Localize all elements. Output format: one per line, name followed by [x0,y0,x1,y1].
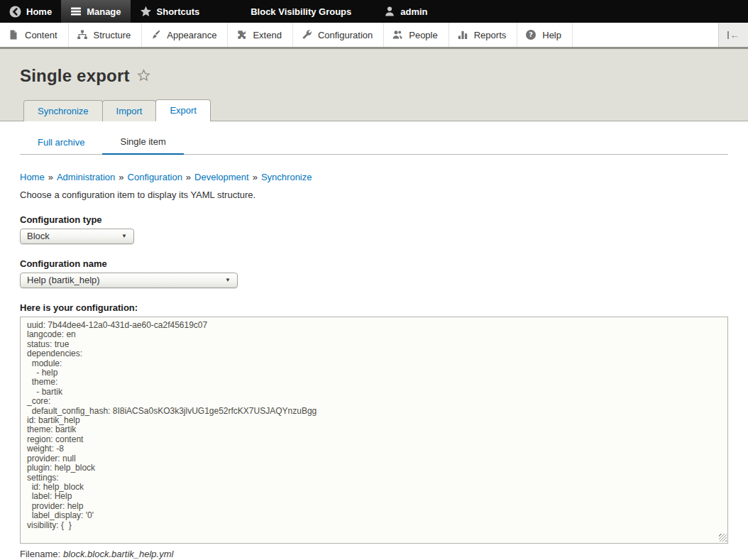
breadcrumb-separator: » [253,172,258,182]
admin-bar-manage[interactable]: Manage [61,0,130,23]
chevron-down-icon: ▼ [225,273,231,287]
admin-bar-user[interactable]: admin [375,0,436,23]
secondary-tabs: Full archive Single item [20,131,728,155]
svg-text:?: ? [529,31,533,38]
toolbar-item-configuration[interactable]: Configuration [293,23,384,47]
config-type-label: Configuration type [20,214,748,225]
filename-row: Filename:block.block.bartik_help.yml [20,549,748,559]
toolbar: Content Structure Appearance Extend Conf… [0,23,748,49]
tab-import[interactable]: Import [102,100,157,121]
toolbar-item-label: Help [542,30,561,40]
config-name-value: Help (bartik_help) [27,275,100,285]
admin-bar-shortcuts-label: Shortcuts [157,6,200,17]
admin-bar-home-label: Home [26,6,52,17]
page-title: Single export [20,66,130,86]
filename-value: block.block.bartik_help.yml [63,549,173,559]
admin-bar-bvg-label: Block Visibility Groups [251,6,351,17]
config-output-textarea[interactable]: uuid: 7b44dee4-12a0-431d-ae60-ca2f45619c… [20,317,728,544]
paintbrush-icon [150,29,161,40]
favorite-star-icon[interactable] [137,69,150,85]
toolbar-item-label: Appearance [167,30,216,40]
primary-tabs: Synchronize Import Export [23,99,748,121]
breadcrumb-link-configuration[interactable]: Configuration [128,172,182,182]
breadcrumb-separator: » [186,172,191,182]
breadcrumb-link-synchronize[interactable]: Synchronize [261,172,312,182]
breadcrumb-link-home[interactable]: Home [20,172,45,182]
breadcrumb-link-development[interactable]: Development [194,172,249,182]
config-output-wrap: uuid: 7b44dee4-12a0-431d-ae60-ca2f45619c… [20,317,728,544]
toolbar-item-content[interactable]: Content [0,23,69,47]
toolbar-item-label: Extend [253,30,281,40]
sitemap-icon [77,29,88,40]
puzzle-icon [236,29,247,40]
page-description: Choose a configuration item to display i… [20,190,748,200]
toolbar-item-label: People [409,30,437,40]
tab-synchronize[interactable]: Synchronize [23,100,103,121]
admin-bar: Home Manage Shortcuts Block Visibility G… [0,0,748,23]
breadcrumb-separator: » [48,172,53,182]
star-icon [140,6,152,18]
subtab-single-item[interactable]: Single item [102,131,183,155]
tab-export[interactable]: Export [155,99,211,121]
toolbar-item-extend[interactable]: Extend [228,23,292,47]
textarea-resize-handle[interactable] [719,534,727,542]
menu-icon [70,6,82,17]
toolbar-collapse-button[interactable]: ← [718,23,748,47]
admin-bar-shortcuts[interactable]: Shortcuts [131,0,209,23]
config-type-value: Block [27,231,50,241]
toolbar-item-label: Reports [474,30,507,40]
admin-bar-block-visibility-groups[interactable]: Block Visibility Groups [241,0,361,23]
user-icon [384,6,395,17]
bar-chart-icon [457,29,468,40]
toolbar-item-label: Structure [94,30,131,40]
admin-bar-user-label: admin [400,6,427,17]
back-to-site-icon [9,6,21,18]
subtab-full-archive[interactable]: Full archive [20,132,102,154]
config-name-label: Configuration name [20,258,748,269]
config-name-select[interactable]: Help (bartik_help) ▼ [20,273,238,288]
collapse-left-icon [727,31,729,39]
people-icon [392,29,403,40]
admin-bar-home[interactable]: Home [0,0,61,23]
config-output-label: Here is your configuration: [20,302,748,313]
toolbar-item-appearance[interactable]: Appearance [142,23,228,47]
config-type-select[interactable]: Block ▼ [20,229,134,244]
breadcrumb-separator: » [119,172,123,182]
breadcrumb: Home»Administration»Configuration»Develo… [20,172,748,182]
toolbar-item-reports[interactable]: Reports [449,23,518,47]
document-icon [8,29,19,40]
chevron-down-icon: ▼ [121,229,127,243]
page-header: Single export Synchronize Import Export [0,49,748,121]
filename-label: Filename: [20,549,60,559]
breadcrumb-link-administration[interactable]: Administration [57,172,115,182]
admin-bar-manage-label: Manage [87,6,121,17]
toolbar-item-help[interactable]: ? Help [517,23,573,47]
toolbar-item-label: Content [25,30,57,40]
toolbar-item-structure[interactable]: Structure [69,23,143,47]
toolbar-item-label: Configuration [318,30,373,40]
toolbar-item-people[interactable]: People [384,23,449,47]
wrench-icon [301,29,312,40]
help-icon: ? [525,29,537,40]
